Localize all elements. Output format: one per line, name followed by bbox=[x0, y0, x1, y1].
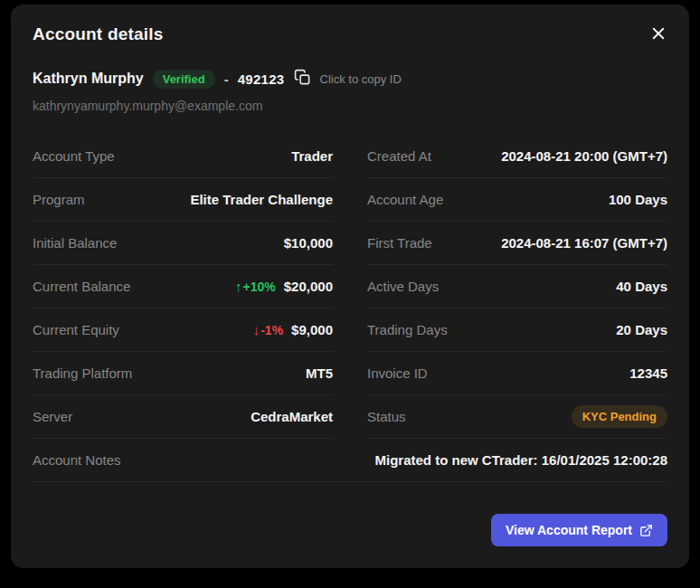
field-label: Trading Platform bbox=[33, 365, 132, 381]
close-icon bbox=[650, 25, 667, 42]
field-label: Trading Days bbox=[367, 322, 448, 337]
field-label: Status bbox=[367, 409, 406, 424]
account-id: 492123 bbox=[238, 71, 285, 87]
field-row-account-type: Account Type Trader bbox=[33, 135, 333, 178]
external-link-icon bbox=[639, 524, 653, 537]
field-value: 40 Days bbox=[616, 279, 667, 294]
verified-badge: Verified bbox=[153, 70, 215, 89]
field-value: CedraMarket bbox=[251, 409, 333, 424]
field-row-invoice-id: Invoice ID 12345 bbox=[367, 352, 667, 395]
field-row-created-at: Created At 2024-08-21 20:00 (GMT+7) bbox=[367, 135, 667, 178]
field-row-initial-balance: Initial Balance $10,000 bbox=[33, 222, 333, 265]
field-value: Elite Trader Challenge bbox=[190, 192, 333, 207]
account-details-modal: Account details Kathryn Murphy Verified … bbox=[11, 5, 689, 568]
field-value: 100 Days bbox=[609, 192, 667, 207]
field-label: Account Age bbox=[367, 192, 443, 207]
modal-header: Account details bbox=[33, 24, 667, 46]
status-badge: KYC Pending bbox=[572, 405, 667, 428]
copy-hint-text: Click to copy ID bbox=[320, 72, 402, 86]
field-label: Active Days bbox=[367, 279, 439, 294]
field-value: $10,000 bbox=[284, 235, 333, 251]
copy-id-button[interactable] bbox=[294, 69, 311, 89]
field-label: Server bbox=[33, 409, 72, 424]
separator-dash: - bbox=[224, 71, 229, 87]
field-label: Account Notes bbox=[33, 452, 121, 468]
field-label: Initial Balance bbox=[33, 235, 117, 251]
arrow-down-icon: ↓ bbox=[253, 322, 260, 337]
field-row-account-age: Account Age 100 Days bbox=[367, 178, 667, 222]
field-label: First Trade bbox=[367, 235, 432, 251]
field-value: $9,000 bbox=[291, 322, 333, 337]
view-account-report-label: View Account Report bbox=[506, 523, 632, 537]
field-value: 12345 bbox=[629, 365, 667, 381]
field-row-account-notes: Account Notes Migrated to new CTrader: 1… bbox=[33, 439, 667, 482]
field-value: Trader bbox=[291, 148, 333, 164]
field-row-trading-platform: Trading Platform MT5 bbox=[33, 352, 333, 395]
close-button[interactable] bbox=[646, 21, 671, 46]
user-summary-row: Kathryn Murphy Verified - 492123 Click t… bbox=[33, 69, 667, 89]
account-fields-grid: Account Type Trader Program Elite Trader… bbox=[33, 135, 667, 482]
view-account-report-button[interactable]: View Account Report bbox=[491, 514, 667, 546]
field-row-program: Program Elite Trader Challenge bbox=[33, 178, 333, 222]
arrow-up-icon: ↑ bbox=[235, 279, 242, 294]
field-value: Migrated to new CTrader: 16/01/2025 12:0… bbox=[375, 452, 667, 468]
field-row-trading-days: Trading Days 20 Days bbox=[367, 308, 667, 352]
field-value: 2024-08-21 20:00 (GMT+7) bbox=[501, 148, 667, 164]
field-row-server: Server CedraMarket bbox=[33, 395, 333, 439]
field-value: $20,000 bbox=[284, 279, 333, 294]
page-title: Account details bbox=[33, 24, 163, 44]
modal-footer: View Account Report bbox=[33, 514, 667, 546]
field-row-current-balance: Current Balance ↑+10% $20,000 bbox=[33, 265, 333, 308]
field-label: Created At bbox=[367, 148, 431, 164]
field-label: Invoice ID bbox=[367, 365, 428, 381]
field-label: Current Balance bbox=[33, 279, 130, 294]
value-with-delta: ↑+10% $20,000 bbox=[235, 279, 333, 294]
field-value: 2024-08-21 16:07 (GMT+7) bbox=[501, 235, 667, 251]
user-email: kathrynyamurphy.murphy@example.com bbox=[33, 99, 667, 113]
value-with-delta: ↓-1% $9,000 bbox=[253, 322, 333, 337]
field-row-status: Status KYC Pending bbox=[367, 395, 667, 439]
field-row-active-days: Active Days 40 Days bbox=[367, 265, 667, 308]
field-label: Current Equity bbox=[33, 322, 119, 337]
field-row-first-trade: First Trade 2024-08-21 16:07 (GMT+7) bbox=[367, 222, 667, 265]
user-name: Kathryn Murphy bbox=[33, 71, 144, 87]
delta-percent: +10% bbox=[243, 280, 276, 294]
delta-percent: -1% bbox=[260, 323, 283, 337]
delta-down-indicator: ↓-1% bbox=[253, 322, 283, 337]
delta-up-indicator: ↑+10% bbox=[235, 279, 276, 294]
field-label: Program bbox=[33, 192, 85, 207]
field-value: MT5 bbox=[306, 365, 333, 381]
field-label: Account Type bbox=[33, 148, 115, 164]
field-row-current-equity: Current Equity ↓-1% $9,000 bbox=[33, 308, 333, 352]
copy-icon bbox=[294, 69, 311, 89]
field-value: 20 Days bbox=[616, 322, 667, 337]
